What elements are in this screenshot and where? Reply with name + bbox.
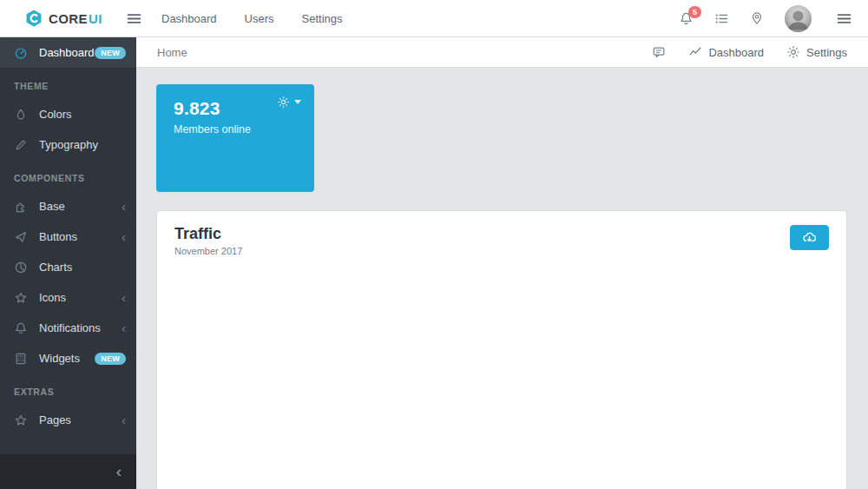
messages-link[interactable] <box>652 45 666 59</box>
hamburger-icon <box>126 10 142 27</box>
sidebar-item-label: Buttons <box>39 230 77 243</box>
breadcrumb-actions: Dashboard Settings <box>652 45 847 59</box>
chevron-left-icon: ‹ <box>122 321 126 334</box>
pie-icon <box>14 261 28 274</box>
sidebar-minimizer-button[interactable]: ‹ <box>0 454 136 489</box>
sidebar-item-typography[interactable]: Typography <box>0 129 136 160</box>
brand-text-core: CORE <box>49 11 88 26</box>
nav-link-dashboard[interactable]: Dashboard <box>161 12 217 25</box>
nav-link-settings[interactable]: Settings <box>302 12 343 25</box>
notifications-count-badge: 5 <box>688 6 701 18</box>
sidebar-item-label: Pages <box>39 413 71 426</box>
brand-text-ui: UI <box>89 11 102 26</box>
location-button[interactable] <box>750 11 764 25</box>
stat-cards-row: 9.823Members online <box>156 84 847 192</box>
content: 9.823Members online Traffic November 201… <box>136 68 868 489</box>
caret-down-icon <box>294 100 301 104</box>
sidebar-item-label: Widgets <box>39 352 80 365</box>
sidebar-item-base[interactable]: Base‹ <box>0 191 136 221</box>
breadcrumb-settings-label: Settings <box>806 46 847 59</box>
chevron-left-icon: ‹ <box>122 291 126 304</box>
breadcrumb-home-link[interactable]: Home <box>157 46 187 59</box>
sidebar-item-buttons[interactable]: Buttons‹ <box>0 221 136 252</box>
drop-icon <box>14 108 28 122</box>
traffic-subtitle: November 2017 <box>174 246 242 256</box>
traffic-chart <box>174 267 832 473</box>
sidebar: DashboardNEWTHEMEColorsTypographyCOMPONE… <box>0 37 136 489</box>
pencil-icon <box>14 138 28 152</box>
sidebar-item-dashboard[interactable]: DashboardNEW <box>0 37 136 68</box>
sidebar-section-title: COMPONENTS <box>0 160 136 191</box>
new-badge: NEW <box>95 353 126 365</box>
sidebar-section-title: THEME <box>0 68 136 99</box>
breadcrumb-settings-link[interactable]: Settings <box>786 45 847 59</box>
download-button[interactable] <box>790 225 829 250</box>
sidebar-item-charts[interactable]: Charts <box>0 252 136 282</box>
sidebar-item-label: Base <box>39 200 65 213</box>
cursor-icon <box>14 230 28 244</box>
sidebar-item-label: Dashboard <box>39 46 95 59</box>
aside-menu-toggle-button[interactable] <box>832 7 856 30</box>
brand-logo[interactable]: CORE UI <box>0 9 136 28</box>
gear-icon <box>786 45 800 59</box>
speedometer-icon <box>14 46 28 60</box>
stat-card-sparkline <box>170 143 300 183</box>
chevron-left-icon: ‹ <box>122 413 126 426</box>
chevron-left-icon: ‹ <box>122 200 126 213</box>
gear-icon <box>277 96 290 109</box>
traffic-title: Traffic <box>174 225 242 243</box>
star-icon <box>14 413 28 427</box>
location-pin-icon <box>750 11 764 25</box>
sidebar-item-label: Icons <box>39 291 66 304</box>
top-nav-links: Dashboard Users Settings <box>161 12 343 25</box>
nav-link-users[interactable]: Users <box>245 12 274 25</box>
tasks-list-button[interactable] <box>714 11 729 26</box>
sidebar-toggle-button[interactable] <box>121 5 148 32</box>
sidebar-item-widgets[interactable]: WidgetsNEW <box>0 343 136 373</box>
notifications-button[interactable]: 5 <box>679 11 694 26</box>
sidebar-section-title: EXTRAS <box>0 373 136 405</box>
sidebar-item-notifications[interactable]: Notifications‹ <box>0 313 136 343</box>
user-avatar[interactable] <box>785 5 812 32</box>
stat-card-1: 9.823Members online <box>156 84 314 192</box>
navbar-right-tools: 5 <box>679 5 868 32</box>
sidebar-item-pages[interactable]: Pages‹ <box>0 405 136 435</box>
sidebar-item-colors[interactable]: Colors <box>0 99 136 129</box>
chat-icon <box>652 45 666 59</box>
new-badge: NEW <box>95 47 126 59</box>
sidebar-item-label: Colors <box>39 108 72 121</box>
cloud-download-icon <box>802 230 817 245</box>
breadcrumb: Home Dashboard Settings <box>136 37 868 68</box>
stat-card-label: Members online <box>156 119 314 135</box>
traffic-card: Traffic November 2017 <box>156 210 847 489</box>
puzzle-icon <box>14 200 28 214</box>
coreui-logo-icon <box>24 9 43 28</box>
avatar-portrait <box>785 5 812 32</box>
stat-card-menu-button[interactable] <box>277 96 301 109</box>
sidebar-item-label: Charts <box>39 261 72 274</box>
sidebar-item-icons[interactable]: Icons‹ <box>0 282 136 313</box>
trend-chart-icon <box>688 45 702 59</box>
calculator-icon <box>14 352 28 366</box>
star-icon <box>14 291 28 305</box>
breadcrumb-dashboard-label: Dashboard <box>708 46 764 59</box>
traffic-card-header: Traffic November 2017 <box>157 211 846 256</box>
hamburger-icon <box>836 10 852 27</box>
list-icon <box>714 11 729 26</box>
sidebar-item-label: Typography <box>39 138 98 151</box>
top-navbar: CORE UI Dashboard Users Settings 5 <box>0 0 868 37</box>
traffic-controls <box>779 225 829 250</box>
sidebar-item-label: Notifications <box>39 321 101 334</box>
bell-icon <box>14 321 28 335</box>
breadcrumb-dashboard-link[interactable]: Dashboard <box>688 45 764 59</box>
sidebar-nav: DashboardNEWTHEMEColorsTypographyCOMPONE… <box>0 37 136 454</box>
main-area: Home Dashboard Settings 9.823Members onl… <box>136 37 868 489</box>
chevron-left-icon: ‹ <box>122 230 126 243</box>
